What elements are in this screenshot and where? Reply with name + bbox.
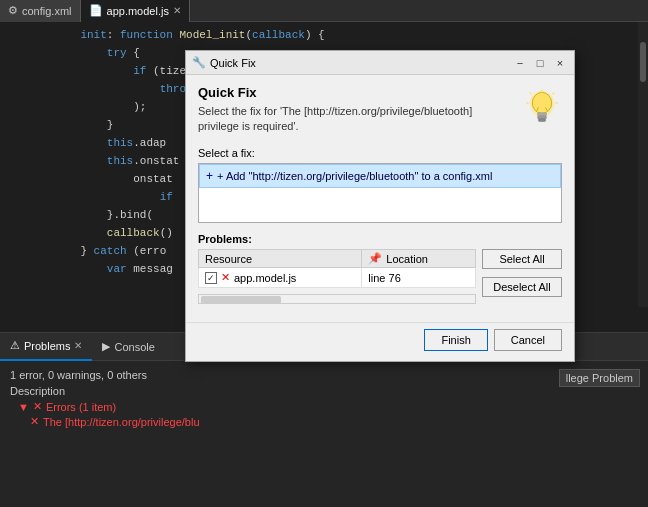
dialog-main-title: Quick Fix [198,85,512,100]
svg-point-1 [532,92,551,113]
panel-tab-problems[interactable]: ⚠ Problems ✕ [0,333,92,361]
panel-tab-console[interactable]: ▶ Console [92,333,164,361]
problems-label: Problems: [198,233,562,245]
appmodel-tab-label: app.model.js [107,5,169,17]
bulb-svg [524,88,560,132]
fix-icon: + [206,169,213,183]
table-scrollbar[interactable] [198,294,476,304]
error-summary: 1 error, 0 warnings, 0 others [10,367,638,383]
location-col-icon: 📌 [368,252,382,265]
table-scrollbar-thumb [201,296,281,304]
scroll-thumb [640,42,646,82]
resource-cell: ✓ ✕ app.model.js [199,268,362,288]
svg-rect-4 [538,113,547,117]
fix-item-label: + Add "http://tizen.org/privilege/blueto… [217,170,492,182]
dialog-close-button[interactable]: × [552,55,568,71]
tab-appmodel[interactable]: 📄 app.model.js ✕ [81,0,190,22]
problems-tab-close[interactable]: ✕ [74,340,82,351]
dialog-minimize-button[interactable]: − [512,55,528,71]
location-header-label: Location [386,253,428,265]
dialog-header-section: Quick Fix Select the fix for 'The [http:… [198,85,562,135]
dialog-title-icon: 🔧 [192,56,206,70]
expand-icon: ▼ [18,401,29,413]
error-x-icon: ✕ [221,271,230,284]
description-label: Description [10,383,638,399]
svg-line-9 [553,92,555,94]
dialog-title: Quick Fix [210,57,508,69]
resource-filename: app.model.js [234,272,296,284]
privilege-problem-button[interactable]: llege Problem [559,369,640,387]
deselect-all-button[interactable]: Deselect All [482,277,562,297]
error-sub-item: ✕ The [http://tizen.org/privilege/blu [10,414,638,429]
location-cell: line 76 [362,268,476,288]
quick-fix-dialog: 🔧 Quick Fix − □ × Quick Fix Select the f… [185,50,575,362]
table-row: ✓ ✕ app.model.js line 76 [199,268,476,288]
code-line: init: function Model_init(callback) { [50,26,648,44]
problems-icon: ⚠ [10,339,20,352]
svg-rect-5 [538,116,547,119]
svg-line-8 [530,92,532,94]
svg-rect-6 [538,119,545,122]
tab-bar: ⚙ config.xml 📄 app.model.js ✕ [0,0,648,22]
panel-content: 1 error, 0 warnings, 0 others Descriptio… [0,361,648,435]
bulb-icon [522,85,562,135]
config-tab-label: config.xml [22,5,72,17]
appmodel-tab-icon: 📄 [89,4,103,17]
resource-column-header: Resource [199,250,362,268]
problems-tab-label: Problems [24,340,70,352]
config-tab-icon: ⚙ [8,4,18,17]
cancel-button[interactable]: Cancel [494,329,562,351]
resource-header-label: Resource [205,253,252,265]
dialog-footer: Finish Cancel [186,322,574,361]
fix-list: + + Add "http://tizen.org/privilege/blue… [198,163,562,223]
error-group-icon: ✕ [33,400,42,413]
row-checkbox[interactable]: ✓ [205,272,217,284]
select-fix-label: Select a fix: [198,147,562,159]
errors-group-label: Errors (1 item) [46,401,116,413]
scroll-indicator[interactable] [638,22,648,307]
console-icon: ▶ [102,340,110,353]
dialog-titlebar: 🔧 Quick Fix − □ × [186,51,574,75]
error-sub-label: The [http://tizen.org/privilege/blu [43,416,200,428]
fix-item[interactable]: + + Add "http://tizen.org/privilege/blue… [199,164,561,188]
dialog-maximize-button[interactable]: □ [532,55,548,71]
appmodel-tab-close[interactable]: ✕ [173,5,181,16]
problems-table: Resource 📌 Location [198,249,476,288]
location-column-header: 📌 Location [362,250,476,268]
error-sub-icon: ✕ [30,415,39,428]
tab-config[interactable]: ⚙ config.xml [0,0,81,22]
dialog-header-text: Quick Fix Select the fix for 'The [http:… [198,85,512,135]
finish-button[interactable]: Finish [424,329,487,351]
dialog-description: Select the fix for 'The [http://tizen.or… [198,104,512,135]
dialog-body: Quick Fix Select the fix for 'The [http:… [186,75,574,322]
errors-group: ▼ ✕ Errors (1 item) [10,399,638,414]
console-tab-label: Console [114,341,154,353]
select-all-button[interactable]: Select All [482,249,562,269]
